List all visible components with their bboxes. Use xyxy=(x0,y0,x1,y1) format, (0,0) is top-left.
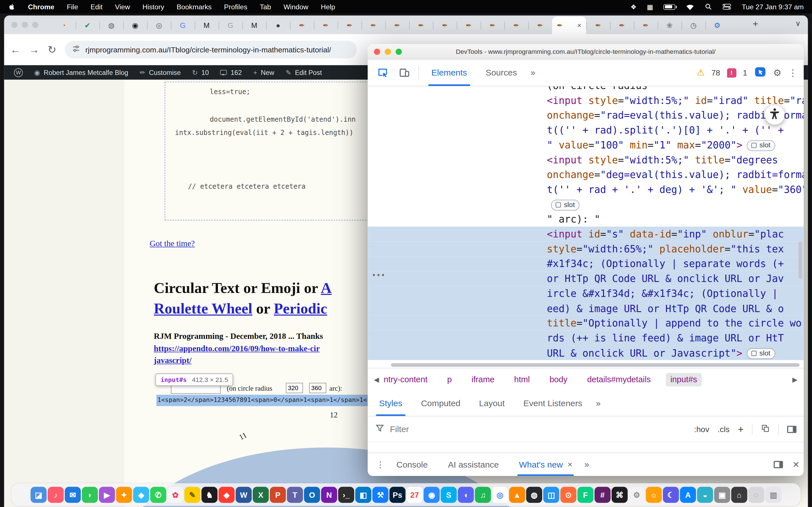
browser-tab[interactable]: ✒ × xyxy=(552,17,586,34)
elements-tree-line[interactable]: style="width:65%;" placeholder="this tex xyxy=(368,241,804,256)
menu-bar-item[interactable]: View xyxy=(115,3,130,11)
dock-icon[interactable]: ▲ xyxy=(509,487,525,503)
dock-icon[interactable]: # xyxy=(595,487,611,503)
breadcrumb-item[interactable]: iframe xyxy=(467,373,499,386)
browser-tab[interactable]: ✒ xyxy=(610,17,634,34)
comments-link[interactable]: 162 xyxy=(214,68,248,76)
browser-tab[interactable]: ◉ xyxy=(123,17,147,34)
got-the-time-link[interactable]: Got the time? xyxy=(150,239,195,248)
dock-icon[interactable]: ✎ xyxy=(185,487,200,503)
menu-bar-item[interactable]: Profiles xyxy=(224,3,248,11)
elements-tree-line[interactable]: ircle &#x1f34d; &#x1f34c; (Optionally | xyxy=(368,286,804,301)
dock-icon[interactable]: ◪ xyxy=(31,487,47,503)
breadcrumb-scroll-right-icon[interactable]: ▶ xyxy=(792,376,797,383)
keyboard-icon[interactable]: ▦ xyxy=(647,3,653,11)
tab-close-icon[interactable]: × xyxy=(577,21,581,29)
customise-link[interactable]: ✏ Customise xyxy=(134,68,186,76)
dock-icon[interactable]: ◖ xyxy=(458,487,474,503)
apple-menu-icon[interactable] xyxy=(8,3,15,11)
browser-tab[interactable]: ✒ xyxy=(409,17,433,34)
dock-icon[interactable]: ☾ xyxy=(663,487,679,503)
wifi-icon[interactable] xyxy=(686,3,695,10)
sidebar-tab[interactable]: Layout xyxy=(470,391,514,416)
close-drawer-icon[interactable]: ✕ xyxy=(793,460,800,469)
dock-icon[interactable]: T xyxy=(287,487,303,503)
horizontal-scrollbar[interactable] xyxy=(391,363,800,367)
browser-tab[interactable]: ✒ xyxy=(314,17,338,34)
menu-bar-item[interactable]: Bookmarks xyxy=(176,3,211,11)
reference-link[interactable]: javascript/ xyxy=(154,356,192,365)
devtools-menu-icon[interactable]: ⋮ xyxy=(788,67,798,78)
dock-icon[interactable]: ◍ xyxy=(526,487,542,503)
inspect-highlight-overlay[interactable]: 1<span>2</span>1234567891<span>0</span>1… xyxy=(156,395,380,406)
dock-side-icon[interactable] xyxy=(774,461,783,468)
elements-tree-line[interactable]: t(('' + rad).split('.')[0] + '.' + ('' + xyxy=(368,123,804,138)
element-class-toggle[interactable]: .cls xyxy=(718,425,730,434)
dock-icon[interactable]: Ps xyxy=(389,487,405,503)
menu-bar-clock[interactable]: Tue 27 Jan 9:37 am xyxy=(742,3,804,11)
dock-icon[interactable]: ✉ xyxy=(65,487,81,503)
drawer-tab[interactable]: Console xyxy=(389,453,440,476)
new-style-rule-button[interactable]: + xyxy=(738,424,744,435)
dock-icon[interactable]: A xyxy=(680,487,696,503)
sidebar-tab[interactable]: Styles xyxy=(370,391,412,416)
more-sidebar-tabs-icon[interactable]: » xyxy=(592,391,605,416)
breadcrumb-item[interactable]: p xyxy=(442,373,456,386)
dock-icon[interactable]: ◗ xyxy=(82,487,98,503)
dock-icon[interactable]: F xyxy=(577,487,594,503)
dock-icon[interactable]: ⚙ xyxy=(629,487,645,503)
browser-tab[interactable]: ✒ xyxy=(504,17,528,34)
styles-filter-input[interactable] xyxy=(390,424,689,434)
drawer-tab[interactable]: AI assistance xyxy=(440,453,511,476)
reference-link[interactable]: https://appendto.com/2016/09/how-to-make… xyxy=(154,344,320,353)
browser-tab[interactable]: ✒ xyxy=(480,17,504,34)
elements-tree-line[interactable]: <input id="s" data-id="inp" onblur="plac xyxy=(368,227,804,242)
post-title-link[interactable]: Periodic xyxy=(274,300,327,317)
elements-tree-line[interactable]: onchange="rad=eval(this.value); radbit=f… xyxy=(368,108,804,123)
forward-icon[interactable]: → xyxy=(29,44,40,55)
browser-tab[interactable]: M xyxy=(243,17,266,34)
elements-tree-line[interactable]: title="Optionally | append to the circle… xyxy=(368,316,804,331)
breadcrumb-item[interactable]: html xyxy=(509,373,535,386)
dock-icon[interactable]: ☼ xyxy=(646,487,662,503)
feedback-icon[interactable] xyxy=(754,65,766,80)
radius-input[interactable] xyxy=(286,383,303,393)
slot-badge[interactable]: slot xyxy=(747,348,775,359)
dock-icon[interactable]: S xyxy=(441,487,457,503)
menu-bar-item[interactable]: History xyxy=(142,3,164,11)
dock-icon[interactable]: ✦ xyxy=(116,487,132,503)
zoom-window-button[interactable] xyxy=(32,22,38,28)
rendering-emulation-icon[interactable] xyxy=(761,424,770,435)
menu-bar-item[interactable]: Tab xyxy=(260,3,271,11)
browser-tab[interactable]: M xyxy=(195,17,218,34)
menu-bar-item[interactable]: Window xyxy=(283,3,308,11)
degrees-input[interactable] xyxy=(309,383,326,393)
dock-icon[interactable]: ⌂ xyxy=(731,487,747,503)
dock-icon[interactable]: ◌ xyxy=(748,487,764,503)
battery-icon[interactable] xyxy=(664,4,675,10)
drawer-menu-icon[interactable]: ⋮ xyxy=(372,453,389,476)
browser-tab[interactable]: G xyxy=(218,17,242,34)
dock-icon[interactable]: ♪ xyxy=(48,487,64,503)
post-title-link[interactable]: A xyxy=(321,279,332,296)
breadcrumb-item[interactable]: input#s xyxy=(666,373,702,386)
back-icon[interactable]: ← xyxy=(10,44,21,55)
reload-icon[interactable]: ↻ xyxy=(48,43,56,56)
vertical-scrollbar[interactable] xyxy=(799,242,802,279)
drawer-tab[interactable]: What's new × xyxy=(511,453,580,476)
dock-icon[interactable]: ◧ xyxy=(355,487,371,503)
elements-tree-line[interactable]: <input style="width:5%;" id="irad" title… xyxy=(368,93,804,108)
dock-icon[interactable]: ›_ xyxy=(338,487,354,503)
dock-icon[interactable]: ◉ xyxy=(423,487,440,503)
zoom-window-button[interactable] xyxy=(396,49,402,55)
dock-icon[interactable]: ◒ xyxy=(697,487,713,503)
control-center-icon[interactable] xyxy=(723,4,731,10)
breadcrumb-item[interactable]: details#mydetails xyxy=(582,373,655,386)
browser-tab[interactable]: ✒ xyxy=(361,17,385,34)
address-bar[interactable]: rjmprogramming.com.au/ITblog/circle-term… xyxy=(64,41,357,58)
slot-badge[interactable]: slot xyxy=(551,200,579,210)
wp-logo[interactable]: W xyxy=(8,68,29,77)
edit-post-link[interactable]: ✎ Edit Post xyxy=(280,68,327,76)
accessibility-widget-button[interactable] xyxy=(765,105,784,125)
browser-tab[interactable]: ✒ xyxy=(386,17,409,34)
